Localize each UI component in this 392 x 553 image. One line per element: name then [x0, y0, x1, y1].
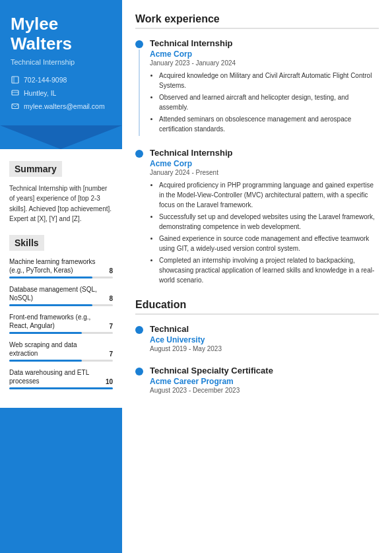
work-section-header: Work experience	[135, 13, 379, 29]
svg-rect-2	[12, 90, 18, 95]
company-name: Acme Corp	[150, 159, 379, 168]
email-icon	[11, 102, 20, 111]
job-dates: January 2023 - January 2024	[150, 59, 379, 67]
skill-name: Web scraping and data extraction	[9, 341, 106, 358]
degree-title: Technical Specialty Certificate	[150, 366, 379, 375]
location-item: Huntley, IL	[11, 88, 112, 98]
education-list: Technical Ace University August 2019 - M…	[135, 324, 379, 398]
bullet-column	[135, 38, 143, 136]
skill-bar-bg	[9, 332, 113, 334]
skill-name: Data warehousing and ETL processes	[9, 368, 103, 385]
svg-rect-0	[12, 77, 18, 83]
work-bullet: Successfully set up and developed websit…	[159, 212, 379, 232]
bullet-column	[135, 324, 143, 356]
email-item: mylee.walters@email.com	[11, 102, 112, 111]
summary-heading: Summary	[9, 161, 62, 177]
work-content: Technical Internship Acme Corp January 2…	[150, 38, 379, 136]
skill-bar-bg	[9, 304, 113, 306]
edu-dates: August 2019 - May 2023	[150, 345, 379, 352]
bullet-line	[139, 49, 140, 136]
work-bullet: Attended seminars on obsolescence manage…	[159, 114, 379, 134]
bullet-dot	[135, 326, 143, 334]
bullet-column	[135, 366, 143, 398]
skill-score: 10	[106, 378, 113, 385]
bullet-dot	[135, 368, 143, 375]
skill-score: 8	[109, 267, 113, 275]
edu-dates: August 2023 - December 2023	[150, 387, 379, 394]
education-item: Technical Ace University August 2019 - M…	[135, 324, 379, 356]
work-list: Technical Internship Acme Corp January 2…	[135, 38, 379, 287]
skill-bar-fill	[9, 332, 82, 334]
education-item: Technical Specialty Certificate Acme Car…	[135, 366, 379, 398]
skill-bar-fill	[9, 276, 92, 278]
main-content: Work experience Technical Internship Acm…	[122, 0, 392, 553]
bullet-column	[135, 148, 143, 287]
degree-title: Technical	[150, 324, 379, 334]
resume-container: Mylee Walters Technical Internship 702-1…	[0, 0, 392, 553]
edu-content: Technical Specialty Certificate Acme Car…	[150, 366, 379, 398]
skill-item: Front-end frameworks (e.g., React, Angul…	[9, 313, 113, 334]
skills-heading: Skills	[9, 235, 44, 251]
work-bullet: Observed and learned aircraft and helico…	[159, 92, 379, 112]
work-bullets-list: Acquired proficiency in PHP programming …	[150, 180, 379, 285]
candidate-name: Mylee Walters	[11, 15, 112, 54]
work-content: Technical Internship Acme Corp January 2…	[150, 148, 379, 287]
work-item: Technical Internship Acme Corp January 2…	[135, 38, 379, 136]
skill-item: Web scraping and data extraction 7	[9, 341, 113, 362]
location-icon	[11, 88, 20, 98]
bullet-dot	[135, 40, 143, 48]
work-section-title: Work experience	[135, 13, 220, 24]
skill-bar-fill	[9, 360, 82, 362]
first-name: Mylee	[11, 14, 58, 34]
work-bullet: Acquired knowledge on Military and Civil…	[159, 71, 379, 90]
skill-item: Machine learning frameworks (e.g., PyTor…	[9, 257, 113, 278]
sidebar-header: Mylee Walters Technical Internship 702-1…	[0, 0, 122, 125]
education-section-header: Education	[135, 299, 379, 315]
candidate-title: Technical Internship	[11, 58, 112, 66]
location-value: Huntley, IL	[24, 89, 56, 97]
edu-content: Technical Ace University August 2019 - M…	[150, 324, 379, 356]
work-bullet: Acquired proficiency in PHP programming …	[159, 180, 379, 210]
skill-name: Database management (SQL, NoSQL)	[9, 285, 106, 302]
work-item: Technical Internship Acme Corp January 2…	[135, 148, 379, 287]
last-name: Walters	[11, 34, 72, 53]
institution-name: Ace University	[150, 335, 379, 344]
skill-score: 8	[109, 295, 113, 302]
sidebar-body: Summary Technical Internship with [numbe…	[0, 149, 122, 408]
education-section-title: Education	[135, 299, 186, 310]
work-bullet: Completed an internship involving a proj…	[159, 255, 379, 285]
institution-name: Acme Career Program	[150, 377, 379, 386]
work-bullet: Gained experience in source code managem…	[159, 234, 379, 253]
sidebar: Mylee Walters Technical Internship 702-1…	[0, 0, 122, 553]
sidebar-diamond-decoration	[0, 125, 122, 149]
skills-list: Machine learning frameworks (e.g., PyTor…	[9, 257, 113, 389]
phone-value: 702-144-9098	[24, 76, 67, 84]
skill-score: 7	[109, 350, 113, 358]
skill-bar-fill	[9, 387, 113, 389]
skill-name: Front-end frameworks (e.g., React, Angul…	[9, 313, 106, 330]
phone-item: 702-144-9098	[11, 75, 112, 84]
email-value: mylee.walters@email.com	[24, 102, 105, 110]
bullet-dot	[135, 150, 143, 158]
company-name: Acme Corp	[150, 49, 379, 59]
skill-bar-bg	[9, 276, 113, 278]
skill-bar-fill	[9, 304, 92, 306]
work-bullets-list: Acquired knowledge on Military and Civil…	[150, 71, 379, 134]
phone-icon	[11, 75, 20, 84]
skill-item: Data warehousing and ETL processes 10	[9, 368, 113, 389]
skill-score: 7	[109, 323, 113, 330]
job-title: Technical Internship	[150, 38, 379, 48]
skill-bar-bg	[9, 387, 113, 389]
job-title: Technical Internship	[150, 148, 379, 158]
skill-name: Machine learning frameworks (e.g., PyTor…	[9, 257, 106, 275]
summary-text: Technical Internship with [number of yea…	[9, 183, 113, 224]
skill-bar-bg	[9, 360, 113, 362]
contact-info: 702-144-9098 Huntley, IL	[11, 75, 112, 111]
skill-item: Database management (SQL, NoSQL) 8	[9, 285, 113, 306]
job-dates: January 2024 - Present	[150, 169, 379, 176]
